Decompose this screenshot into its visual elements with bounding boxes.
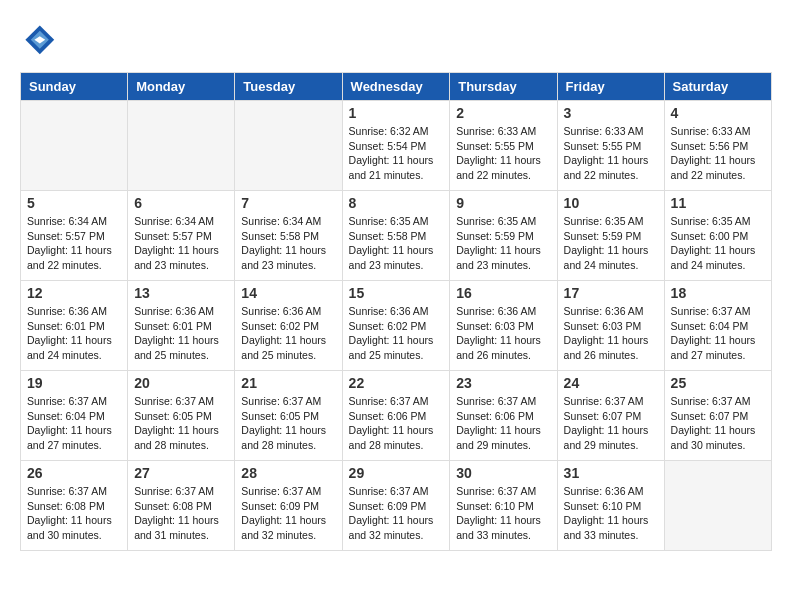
calendar-cell: 21Sunrise: 6:37 AM Sunset: 6:05 PM Dayli…: [235, 371, 342, 461]
day-info: Sunrise: 6:37 AM Sunset: 6:06 PM Dayligh…: [349, 394, 444, 453]
calendar-cell: [664, 461, 771, 551]
calendar-cell: 13Sunrise: 6:36 AM Sunset: 6:01 PM Dayli…: [128, 281, 235, 371]
day-info: Sunrise: 6:33 AM Sunset: 5:55 PM Dayligh…: [564, 124, 658, 183]
day-number: 26: [27, 465, 121, 481]
day-number: 6: [134, 195, 228, 211]
day-number: 30: [456, 465, 550, 481]
day-info: Sunrise: 6:37 AM Sunset: 6:09 PM Dayligh…: [241, 484, 335, 543]
calendar-cell: 14Sunrise: 6:36 AM Sunset: 6:02 PM Dayli…: [235, 281, 342, 371]
header-thursday: Thursday: [450, 73, 557, 101]
day-number: 14: [241, 285, 335, 301]
logo-icon: [20, 20, 56, 56]
calendar-week-row: 1Sunrise: 6:32 AM Sunset: 5:54 PM Daylig…: [21, 101, 772, 191]
day-info: Sunrise: 6:36 AM Sunset: 6:03 PM Dayligh…: [456, 304, 550, 363]
day-info: Sunrise: 6:33 AM Sunset: 5:55 PM Dayligh…: [456, 124, 550, 183]
day-number: 3: [564, 105, 658, 121]
calendar-cell: 11Sunrise: 6:35 AM Sunset: 6:00 PM Dayli…: [664, 191, 771, 281]
header-saturday: Saturday: [664, 73, 771, 101]
day-info: Sunrise: 6:37 AM Sunset: 6:05 PM Dayligh…: [134, 394, 228, 453]
calendar-cell: 16Sunrise: 6:36 AM Sunset: 6:03 PM Dayli…: [450, 281, 557, 371]
calendar-table: SundayMondayTuesdayWednesdayThursdayFrid…: [20, 72, 772, 551]
calendar-cell: 10Sunrise: 6:35 AM Sunset: 5:59 PM Dayli…: [557, 191, 664, 281]
calendar-cell: 29Sunrise: 6:37 AM Sunset: 6:09 PM Dayli…: [342, 461, 450, 551]
day-number: 18: [671, 285, 765, 301]
calendar-cell: 12Sunrise: 6:36 AM Sunset: 6:01 PM Dayli…: [21, 281, 128, 371]
day-number: 29: [349, 465, 444, 481]
day-number: 31: [564, 465, 658, 481]
calendar-cell: 9Sunrise: 6:35 AM Sunset: 5:59 PM Daylig…: [450, 191, 557, 281]
day-number: 25: [671, 375, 765, 391]
calendar-cell: [128, 101, 235, 191]
day-info: Sunrise: 6:34 AM Sunset: 5:57 PM Dayligh…: [27, 214, 121, 273]
day-info: Sunrise: 6:37 AM Sunset: 6:10 PM Dayligh…: [456, 484, 550, 543]
calendar-week-row: 12Sunrise: 6:36 AM Sunset: 6:01 PM Dayli…: [21, 281, 772, 371]
calendar-cell: 23Sunrise: 6:37 AM Sunset: 6:06 PM Dayli…: [450, 371, 557, 461]
day-number: 19: [27, 375, 121, 391]
day-number: 23: [456, 375, 550, 391]
day-number: 24: [564, 375, 658, 391]
header-wednesday: Wednesday: [342, 73, 450, 101]
calendar-cell: 8Sunrise: 6:35 AM Sunset: 5:58 PM Daylig…: [342, 191, 450, 281]
calendar-cell: 25Sunrise: 6:37 AM Sunset: 6:07 PM Dayli…: [664, 371, 771, 461]
calendar-cell: 24Sunrise: 6:37 AM Sunset: 6:07 PM Dayli…: [557, 371, 664, 461]
day-info: Sunrise: 6:35 AM Sunset: 5:59 PM Dayligh…: [456, 214, 550, 273]
day-number: 9: [456, 195, 550, 211]
day-number: 7: [241, 195, 335, 211]
day-number: 8: [349, 195, 444, 211]
calendar-cell: 15Sunrise: 6:36 AM Sunset: 6:02 PM Dayli…: [342, 281, 450, 371]
calendar-header-row: SundayMondayTuesdayWednesdayThursdayFrid…: [21, 73, 772, 101]
day-info: Sunrise: 6:37 AM Sunset: 6:04 PM Dayligh…: [671, 304, 765, 363]
calendar-cell: 18Sunrise: 6:37 AM Sunset: 6:04 PM Dayli…: [664, 281, 771, 371]
day-info: Sunrise: 6:36 AM Sunset: 6:01 PM Dayligh…: [27, 304, 121, 363]
header-monday: Monday: [128, 73, 235, 101]
day-number: 11: [671, 195, 765, 211]
calendar-cell: 20Sunrise: 6:37 AM Sunset: 6:05 PM Dayli…: [128, 371, 235, 461]
calendar-cell: 26Sunrise: 6:37 AM Sunset: 6:08 PM Dayli…: [21, 461, 128, 551]
calendar-cell: 6Sunrise: 6:34 AM Sunset: 5:57 PM Daylig…: [128, 191, 235, 281]
calendar-cell: [21, 101, 128, 191]
day-info: Sunrise: 6:37 AM Sunset: 6:08 PM Dayligh…: [134, 484, 228, 543]
logo: [20, 20, 60, 56]
day-info: Sunrise: 6:37 AM Sunset: 6:04 PM Dayligh…: [27, 394, 121, 453]
day-number: 12: [27, 285, 121, 301]
calendar-cell: 1Sunrise: 6:32 AM Sunset: 5:54 PM Daylig…: [342, 101, 450, 191]
day-info: Sunrise: 6:36 AM Sunset: 6:01 PM Dayligh…: [134, 304, 228, 363]
calendar-cell: 19Sunrise: 6:37 AM Sunset: 6:04 PM Dayli…: [21, 371, 128, 461]
day-info: Sunrise: 6:37 AM Sunset: 6:05 PM Dayligh…: [241, 394, 335, 453]
day-info: Sunrise: 6:37 AM Sunset: 6:08 PM Dayligh…: [27, 484, 121, 543]
day-number: 5: [27, 195, 121, 211]
day-info: Sunrise: 6:36 AM Sunset: 6:02 PM Dayligh…: [241, 304, 335, 363]
calendar-cell: 7Sunrise: 6:34 AM Sunset: 5:58 PM Daylig…: [235, 191, 342, 281]
calendar-cell: [235, 101, 342, 191]
calendar-cell: 4Sunrise: 6:33 AM Sunset: 5:56 PM Daylig…: [664, 101, 771, 191]
calendar-week-row: 19Sunrise: 6:37 AM Sunset: 6:04 PM Dayli…: [21, 371, 772, 461]
day-info: Sunrise: 6:37 AM Sunset: 6:09 PM Dayligh…: [349, 484, 444, 543]
day-number: 1: [349, 105, 444, 121]
day-number: 17: [564, 285, 658, 301]
calendar-cell: 31Sunrise: 6:36 AM Sunset: 6:10 PM Dayli…: [557, 461, 664, 551]
calendar-cell: 17Sunrise: 6:36 AM Sunset: 6:03 PM Dayli…: [557, 281, 664, 371]
day-number: 27: [134, 465, 228, 481]
day-info: Sunrise: 6:35 AM Sunset: 5:58 PM Dayligh…: [349, 214, 444, 273]
day-info: Sunrise: 6:33 AM Sunset: 5:56 PM Dayligh…: [671, 124, 765, 183]
day-info: Sunrise: 6:36 AM Sunset: 6:02 PM Dayligh…: [349, 304, 444, 363]
day-info: Sunrise: 6:37 AM Sunset: 6:07 PM Dayligh…: [671, 394, 765, 453]
header-tuesday: Tuesday: [235, 73, 342, 101]
day-number: 13: [134, 285, 228, 301]
day-info: Sunrise: 6:35 AM Sunset: 5:59 PM Dayligh…: [564, 214, 658, 273]
day-info: Sunrise: 6:34 AM Sunset: 5:58 PM Dayligh…: [241, 214, 335, 273]
calendar-cell: 3Sunrise: 6:33 AM Sunset: 5:55 PM Daylig…: [557, 101, 664, 191]
header-friday: Friday: [557, 73, 664, 101]
day-number: 2: [456, 105, 550, 121]
day-number: 28: [241, 465, 335, 481]
day-number: 20: [134, 375, 228, 391]
day-number: 16: [456, 285, 550, 301]
header-sunday: Sunday: [21, 73, 128, 101]
calendar-cell: 30Sunrise: 6:37 AM Sunset: 6:10 PM Dayli…: [450, 461, 557, 551]
day-info: Sunrise: 6:35 AM Sunset: 6:00 PM Dayligh…: [671, 214, 765, 273]
day-number: 10: [564, 195, 658, 211]
day-number: 15: [349, 285, 444, 301]
calendar-week-row: 26Sunrise: 6:37 AM Sunset: 6:08 PM Dayli…: [21, 461, 772, 551]
day-info: Sunrise: 6:36 AM Sunset: 6:10 PM Dayligh…: [564, 484, 658, 543]
day-info: Sunrise: 6:37 AM Sunset: 6:06 PM Dayligh…: [456, 394, 550, 453]
